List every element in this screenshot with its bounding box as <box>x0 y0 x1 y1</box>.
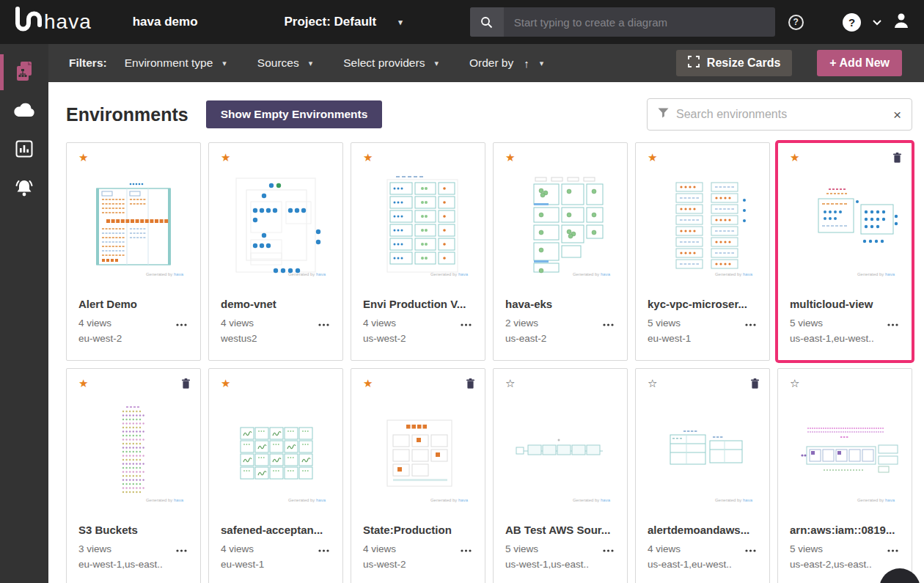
help-outline-icon[interactable]: ? <box>788 15 804 30</box>
hava-logo[interactable]: hava <box>10 4 92 40</box>
order-by-control[interactable]: Order by ↑ ▾ <box>469 56 543 70</box>
environment-card[interactable]: ★ Generated by hava Envi Production V...… <box>351 142 485 361</box>
environment-card[interactable]: ☆ Generated by hava arn:aws:iam::0819...… <box>777 368 912 583</box>
environment-card[interactable]: ★ Generated by hava demo-vnet 4 views we… <box>208 142 343 361</box>
environment-title: safened-acceptan... <box>221 524 331 536</box>
environment-regions: westus2 <box>221 333 331 344</box>
environment-regions: us-east-2,us-east.. <box>790 559 900 570</box>
diagram-thumbnail[interactable]: Generated by hava <box>636 394 769 511</box>
dropdown-select-providers[interactable]: Select providers ▾ <box>343 56 439 70</box>
environment-card[interactable]: ☆ Generated by hava alertdemoandaws... 4… <box>635 368 770 583</box>
more-options-icon[interactable] <box>317 542 331 556</box>
more-options-icon[interactable] <box>601 542 615 556</box>
favorite-star-icon[interactable]: ★ <box>648 153 657 162</box>
user-icon[interactable] <box>893 12 909 32</box>
environments-search-input[interactable] <box>676 108 886 121</box>
environment-regions: us-west-1,us-east.. <box>505 559 615 570</box>
svg-text:Generated by hava: Generated by hava <box>146 498 184 502</box>
more-options-icon[interactable] <box>459 542 473 556</box>
diagram-thumbnail[interactable]: Generated by hava <box>636 168 769 285</box>
sidebar-item-sources[interactable] <box>0 92 48 131</box>
create-diagram-search[interactable] <box>470 7 775 37</box>
favorite-star-icon[interactable]: ★ <box>363 378 373 388</box>
favorite-star-icon[interactable]: ★ <box>363 153 373 162</box>
environment-title: State:Production <box>363 524 473 536</box>
show-empty-environments-button[interactable]: Show Empty Environments <box>206 100 383 128</box>
more-options-icon[interactable] <box>175 542 188 556</box>
environment-card[interactable]: ★ Generated by hava State:Production 4 v… <box>351 368 485 583</box>
diagram-thumbnail[interactable]: Generated by hava <box>494 168 627 285</box>
sidebar-item-alerts[interactable] <box>0 169 48 208</box>
environment-card[interactable]: ☆ Generated by hava AB Test AWS Sour... … <box>493 368 628 583</box>
favorite-star-icon[interactable]: ☆ <box>790 378 799 388</box>
add-new-button[interactable]: + Add New <box>817 50 902 76</box>
more-options-icon[interactable] <box>886 542 900 556</box>
create-diagram-input[interactable] <box>504 16 775 29</box>
dropdown-sources[interactable]: Sources ▾ <box>257 56 312 70</box>
more-options-icon[interactable] <box>175 316 188 330</box>
diagram-thumbnail[interactable]: Generated by hava <box>209 394 342 511</box>
environment-title: S3 Buckets <box>78 524 188 536</box>
svg-text:Generated by hava: Generated by hava <box>146 272 184 276</box>
sidebar-item-environments[interactable] <box>0 53 48 92</box>
favorite-star-icon[interactable]: ★ <box>78 378 88 388</box>
bell-icon <box>13 178 35 200</box>
favorite-star-icon[interactable]: ★ <box>221 153 230 162</box>
favorite-star-icon[interactable]: ★ <box>221 378 230 388</box>
diagram-thumbnail[interactable]: Generated by hava <box>494 394 627 511</box>
favorite-star-icon[interactable]: ★ <box>505 153 515 162</box>
more-options-icon[interactable] <box>886 316 900 330</box>
favorite-star-icon[interactable]: ☆ <box>505 378 515 388</box>
environment-title: hava-eks <box>505 298 615 310</box>
chevron-down-icon[interactable] <box>873 15 881 29</box>
environment-card[interactable]: ★ Generated by hava safened-acceptan... … <box>208 368 343 583</box>
environment-card[interactable]: ★ Generated by hava S3 Buckets 3 views e… <box>66 368 201 583</box>
svg-text:Generated by hava: Generated by hava <box>288 272 326 276</box>
diagram-thumbnail[interactable]: Generated by hava <box>67 394 200 511</box>
clear-icon[interactable]: × <box>893 108 901 122</box>
caret-down-icon: ▾ <box>222 59 227 68</box>
trash-icon[interactable] <box>893 153 901 166</box>
trash-icon[interactable] <box>182 378 190 392</box>
diagram-thumbnail[interactable]: Generated by hava <box>351 394 485 511</box>
dropdown-environment-type[interactable]: Environment type ▾ <box>125 56 227 70</box>
environment-card[interactable]: ★ Generated by hava multicloud-view 5 vi… <box>777 142 912 361</box>
more-options-icon[interactable] <box>744 542 758 556</box>
favorite-star-icon[interactable]: ★ <box>78 153 88 162</box>
environment-title: arn:aws:iam::0819... <box>790 524 900 536</box>
diagram-thumbnail[interactable]: Generated by hava <box>351 168 485 285</box>
project-selector[interactable]: Project: Default ▾ <box>285 15 403 29</box>
resize-cards-button[interactable]: Resize Cards <box>676 50 793 76</box>
sort-up-icon[interactable]: ↑ <box>524 57 529 70</box>
environments-search[interactable]: × <box>647 98 912 131</box>
diagram-thumbnail[interactable]: Generated by hava <box>778 168 912 285</box>
help-icon[interactable]: ? <box>843 13 861 32</box>
svg-text:Generated by hava: Generated by hava <box>715 272 753 276</box>
more-options-icon[interactable] <box>744 316 758 330</box>
diagram-thumbnail[interactable]: Generated by hava <box>67 168 200 285</box>
views-count: 5 views <box>790 543 823 554</box>
diagram-thumbnail[interactable]: Generated by hava <box>778 394 912 511</box>
sidebar-item-stats[interactable] <box>0 131 48 169</box>
search-icon <box>470 7 504 37</box>
more-options-icon[interactable] <box>459 316 473 330</box>
environment-card[interactable]: ★ Generated by hava Alert Demo 4 views e… <box>66 142 201 361</box>
environment-title: kyc-vpc-microser... <box>648 298 758 310</box>
views-count: 2 views <box>505 318 538 329</box>
views-count: 4 views <box>648 543 681 554</box>
environment-card[interactable]: ★ Generated by hava hava-eks 2 views us-… <box>493 142 628 361</box>
more-options-icon[interactable] <box>317 316 331 330</box>
content-header: Environments Show Empty Environments × <box>48 82 924 142</box>
more-options-icon[interactable] <box>601 316 615 330</box>
svg-text:Generated by hava: Generated by hava <box>857 498 895 502</box>
diagram-thumbnail[interactable]: Generated by hava <box>209 168 342 285</box>
trash-icon[interactable] <box>466 378 474 392</box>
views-count: 4 views <box>221 543 254 554</box>
chart-icon <box>15 140 33 161</box>
favorite-star-icon[interactable]: ☆ <box>648 378 657 388</box>
svg-text:Generated by hava: Generated by hava <box>288 498 326 502</box>
filter-bar: Filters: Environment type ▾ Sources ▾ Se… <box>48 44 924 82</box>
trash-icon[interactable] <box>751 378 759 392</box>
favorite-star-icon[interactable]: ★ <box>790 153 799 162</box>
environment-card[interactable]: ★ Generated by hava kyc-vpc-microser... … <box>635 142 770 361</box>
